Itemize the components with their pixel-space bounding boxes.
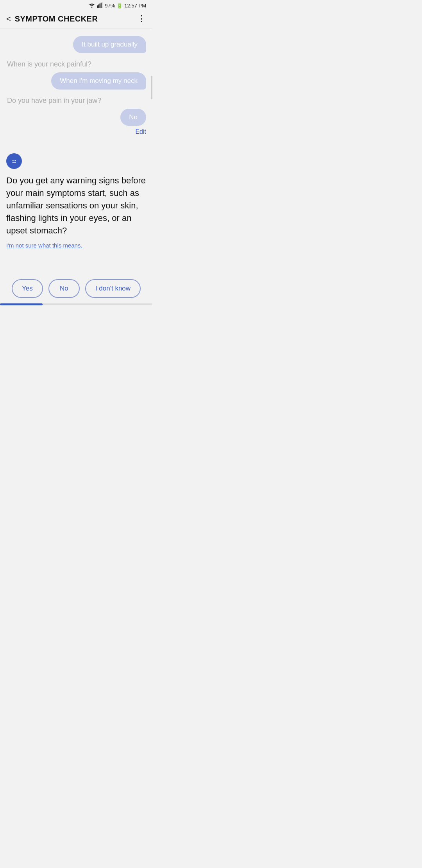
message-row: No	[6, 109, 146, 126]
svg-point-7	[14, 160, 16, 161]
user-bubble: No	[120, 109, 146, 126]
progress-track	[0, 303, 152, 305]
time: 12:57 PM	[124, 3, 146, 9]
app-header: < SYMPTOM CHECKER ⋮	[0, 11, 152, 29]
svg-point-6	[13, 160, 14, 161]
yes-button[interactable]: Yes	[12, 279, 43, 298]
bot-main-question: Do you get any warning signs before your…	[6, 174, 146, 237]
status-bar: 97% 🔋 12:57 PM	[0, 0, 152, 11]
signal-icon	[97, 2, 103, 9]
more-options-button[interactable]: ⋮	[137, 14, 146, 24]
no-button[interactable]: No	[48, 279, 80, 298]
bot-message-block: Do you get any warning signs before your…	[6, 174, 146, 249]
bot-question: Do you have pain in your jaw?	[6, 97, 146, 105]
message-row: When I'm moving my neck	[6, 72, 146, 90]
progress-bar-row	[0, 303, 152, 305]
user-bubble: When I'm moving my neck	[51, 72, 146, 90]
page-title: SYMPTOM CHECKER	[15, 14, 98, 23]
chat-area: It built up gradually When is your neck …	[0, 29, 152, 272]
svg-rect-0	[97, 5, 98, 8]
svg-rect-1	[98, 4, 99, 8]
battery-percent: 97%	[105, 3, 115, 9]
wifi-icon	[88, 2, 95, 9]
progress-fill	[0, 303, 43, 305]
message-row: It built up gradually	[6, 36, 146, 53]
header-left: < SYMPTOM CHECKER	[6, 14, 98, 23]
info-link[interactable]: I'm not sure what this means.	[6, 242, 146, 249]
edit-link[interactable]: Edit	[6, 128, 146, 135]
svg-point-5	[10, 157, 18, 165]
dont-know-button[interactable]: I don't know	[85, 279, 141, 298]
back-button[interactable]: <	[6, 14, 11, 23]
svg-rect-4	[102, 2, 103, 8]
svg-rect-3	[101, 3, 102, 8]
bot-avatar	[6, 153, 22, 169]
bot-avatar-row	[6, 153, 146, 169]
bot-question: When is your neck painful?	[6, 60, 146, 68]
scrollbar[interactable]	[151, 76, 152, 99]
battery-icon: 🔋	[116, 3, 123, 9]
svg-rect-2	[100, 4, 100, 8]
status-icons: 97% 🔋 12:57 PM	[88, 2, 146, 9]
answer-buttons: Yes No I don't know	[0, 272, 152, 303]
user-bubble: It built up gradually	[73, 36, 146, 53]
